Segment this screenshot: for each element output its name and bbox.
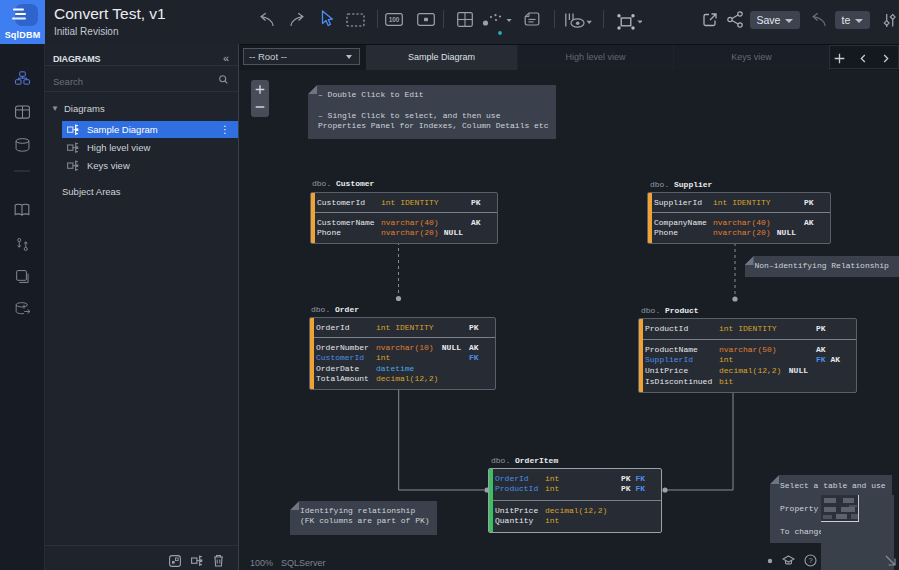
svg-text:100: 100 xyxy=(389,16,400,23)
svg-text:?: ? xyxy=(808,556,812,565)
